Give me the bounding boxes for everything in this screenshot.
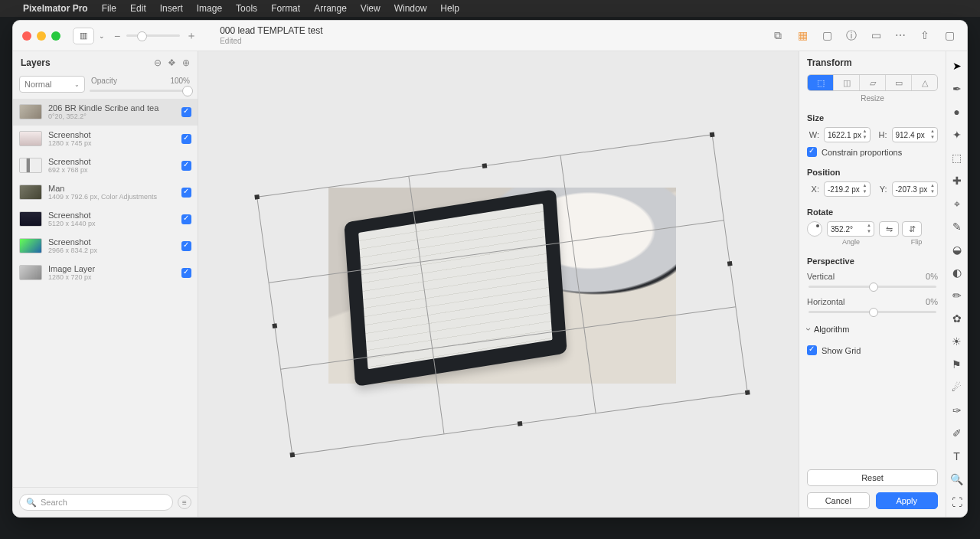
blend-mode-select[interactable]: Normal ⌄ — [19, 76, 85, 93]
titlebar: ▥ ⌄ − ＋ 000 lead TEMPLATE test Edited ⧉ … — [13, 21, 967, 51]
layers-add-icon[interactable]: ⊕ — [182, 57, 190, 68]
menu-edit[interactable]: Edit — [130, 3, 146, 14]
smudge-tool-icon[interactable]: ☄ — [950, 381, 964, 394]
width-input[interactable]: 1622.1 px▲▼ — [824, 127, 871, 142]
tab-perspective[interactable]: △ — [912, 75, 937, 90]
flip-horizontal-button[interactable]: ⇋ — [879, 221, 899, 237]
heal-tool-icon[interactable]: ✚ — [950, 174, 964, 188]
layers-search-input[interactable]: 🔍 Search — [19, 494, 173, 511]
zoom-window-button[interactable] — [51, 31, 60, 41]
sidebar-toggle-button[interactable]: ▥ — [73, 28, 94, 44]
layer-visible-checkbox[interactable] — [181, 107, 191, 117]
zoom-slider[interactable] — [126, 34, 180, 37]
menu-window[interactable]: Window — [394, 3, 427, 14]
minimize-window-button[interactable] — [37, 31, 46, 41]
layer-item[interactable]: Image Layer1280 x 720 px — [13, 260, 198, 286]
effects-tool-icon[interactable]: ✿ — [950, 312, 964, 325]
crop-tool-icon[interactable]: ⛶ — [950, 495, 964, 509]
menu-image[interactable]: Image — [197, 3, 222, 14]
color-picker-icon[interactable]: ▦ — [795, 29, 809, 43]
more-icon[interactable]: ⋯ — [893, 29, 907, 43]
layer-item[interactable]: Screenshot5120 x 1440 px — [13, 206, 198, 233]
layer-dims: 1280 x 745 px — [48, 139, 175, 147]
zoom-tool-icon[interactable]: 🔍 — [950, 472, 964, 486]
menu-view[interactable]: View — [361, 3, 381, 14]
layer-visible-checkbox[interactable] — [181, 241, 191, 251]
tool-strip: ➤ ✒ ● ✦ ⬚ ✚ ⌖ ✎ ◒ ◐ ✏ ✿ ☀ ⚑ ☄ ✑ ✐ T 🔍 ⛶ — [946, 51, 967, 517]
tab-freeform[interactable]: ◫ — [834, 75, 860, 90]
sidebar-menu-chevron-icon[interactable]: ⌄ — [99, 32, 105, 40]
brush-tool-icon[interactable]: ✏ — [950, 289, 964, 302]
color-tool-icon[interactable]: ☀ — [950, 335, 964, 348]
layers-collapse-icon[interactable]: ⊖ — [154, 57, 162, 68]
canvas-area[interactable] — [198, 51, 799, 517]
menu-format[interactable]: Format — [271, 3, 300, 14]
zoom-in-icon[interactable]: ＋ — [186, 29, 197, 43]
y-input[interactable]: -207.3 px▲▼ — [892, 181, 939, 197]
person-icon[interactable]: ▢ — [820, 29, 834, 43]
transform-mode-tabs[interactable]: ⬚ ◫ ▱ ▭ △ — [807, 74, 938, 91]
panel-icon[interactable]: ▢ — [942, 29, 956, 43]
arrow-tool-icon[interactable]: ➤ — [950, 59, 964, 73]
zoom-control[interactable]: − ＋ — [114, 29, 197, 43]
tab-resize[interactable]: ⬚ — [808, 75, 834, 90]
menu-insert[interactable]: Insert — [160, 3, 183, 14]
layers-stack-icon[interactable]: ❖ — [168, 57, 176, 68]
layer-item[interactable]: Man1409 x 792.6 px, Color Adjustments — [13, 179, 198, 206]
layers-filter-button[interactable]: ≡ — [178, 495, 191, 509]
menu-arrange[interactable]: Arrange — [314, 3, 347, 14]
layer-item[interactable]: Screenshot692 x 768 px — [13, 152, 198, 179]
x-input[interactable]: -219.2 px▲▼ — [824, 181, 871, 197]
share-icon[interactable]: ⇧ — [918, 29, 932, 43]
layer-visible-checkbox[interactable] — [181, 161, 191, 171]
horizontal-slider[interactable] — [808, 311, 936, 313]
rotation-dial[interactable] — [807, 221, 822, 237]
apply-button[interactable]: Apply — [876, 492, 939, 509]
document-icon[interactable]: ▭ — [869, 29, 883, 43]
info-icon[interactable]: ⓘ — [844, 29, 858, 43]
layer-item[interactable]: Screenshot1280 x 745 px — [13, 126, 198, 152]
close-window-button[interactable] — [22, 31, 31, 41]
tab-skew[interactable]: ▱ — [860, 75, 886, 90]
opacity-slider[interactable] — [90, 90, 191, 92]
app-name[interactable]: Pixelmator Pro — [23, 3, 88, 14]
bucket-tool-icon[interactable]: ◒ — [950, 243, 964, 256]
type-tool-icon[interactable]: T — [950, 449, 964, 463]
add-layer-icon[interactable]: ⧉ — [771, 29, 785, 43]
vector-tool-icon[interactable]: ✐ — [950, 426, 964, 440]
constrain-checkbox[interactable] — [807, 147, 817, 157]
angle-input[interactable]: 352.2°▲▼ — [827, 221, 874, 237]
marquee-tool-icon[interactable]: ⬚ — [950, 151, 964, 165]
tablet-graphic — [344, 189, 567, 387]
layer-name: Screenshot — [48, 130, 175, 139]
repair-tool-icon[interactable]: ⚑ — [950, 358, 964, 371]
eraser-tool-icon[interactable]: ✎ — [950, 220, 964, 234]
eyedrop-tool-icon[interactable]: ✑ — [950, 403, 964, 417]
opacity-label: Opacity — [91, 77, 117, 85]
height-input[interactable]: 912.4 px▲▼ — [892, 127, 939, 142]
layer-visible-checkbox[interactable] — [181, 214, 191, 224]
wand-tool-icon[interactable]: ✦ — [950, 128, 964, 142]
menu-file[interactable]: File — [102, 3, 116, 14]
show-grid-checkbox[interactable] — [807, 345, 817, 355]
algorithm-label: Algorithm — [814, 325, 849, 334]
layer-item[interactable]: Screenshot2966 x 834.2 px — [13, 233, 198, 260]
zoom-out-icon[interactable]: − — [114, 30, 120, 42]
clone-tool-icon[interactable]: ⌖ — [950, 197, 964, 211]
vertical-slider[interactable] — [808, 286, 936, 288]
reset-button[interactable]: Reset — [807, 469, 938, 486]
flip-vertical-button[interactable]: ⇵ — [902, 221, 922, 237]
layer-visible-checkbox[interactable] — [181, 134, 191, 144]
layer-visible-checkbox[interactable] — [181, 188, 191, 198]
cancel-button[interactable]: Cancel — [807, 492, 870, 509]
pen-tool-icon[interactable]: ✒ — [950, 82, 964, 96]
menu-help[interactable]: Help — [440, 3, 459, 14]
gradient-tool-icon[interactable]: ◐ — [950, 266, 964, 279]
shape-tool-icon[interactable]: ● — [950, 105, 964, 119]
tab-distort[interactable]: ▭ — [886, 75, 912, 90]
opacity-control[interactable]: Opacity 100% — [90, 77, 191, 92]
layer-visible-checkbox[interactable] — [181, 268, 191, 278]
layer-item[interactable]: 206 BR Kindle Scribe and tea0°20, 352.2° — [13, 99, 198, 126]
menu-tools[interactable]: Tools — [236, 3, 257, 14]
algorithm-disclosure[interactable]: Algorithm — [807, 324, 938, 335]
